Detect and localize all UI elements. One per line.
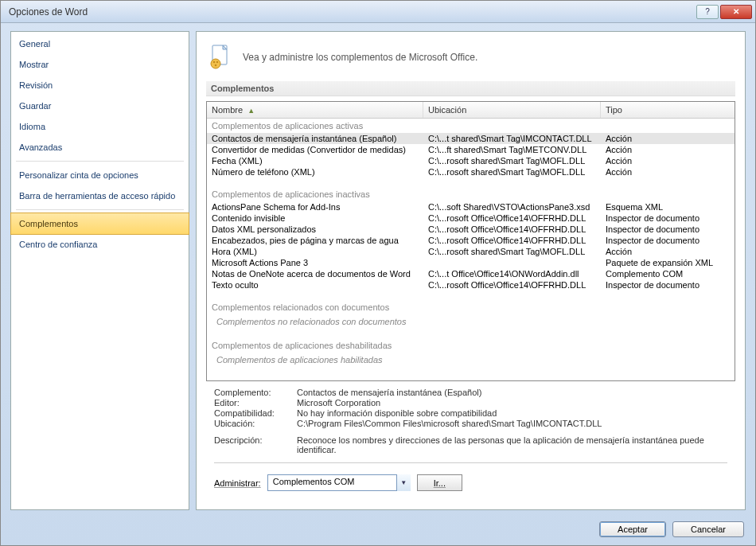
cell-location: C:\...t shared\Smart Tag\IMCONTACT.DLL [423,133,601,144]
table-row[interactable]: Contenido invisibleC:\...rosoft Office\O… [207,213,735,224]
cell-name: Encabezados, pies de página y marcas de … [207,235,423,246]
detail-label-description: Descripción: [214,435,297,454]
detail-value: C:\Program Files\Common Files\microsoft … [297,419,727,428]
cell-location: C:\...rosoft shared\Smart Tag\MOFL.DLL [423,155,601,166]
sidebar-item[interactable]: Guardar [11,96,189,116]
sidebar-item[interactable]: Idioma [11,116,189,137]
manage-select[interactable]: Complementos COM ▼ [267,474,411,491]
cell-name: Convertidor de medidas (Convertidor de m… [207,144,423,155]
cell-name: Contactos de mensajería instantánea (Esp… [207,133,423,144]
cell-location: C:\...soft Shared\VSTO\ActionsPane3.xsd [423,201,601,213]
main-panel: Vea y administre los complementos de Mic… [196,31,746,510]
manage-label: Administrar: [214,478,261,488]
detail-label: Complemento: [214,388,297,397]
section-title: Complementos [206,81,735,96]
table-row[interactable]: Notas de OneNote acerca de documentos de… [207,268,735,279]
cell-type: Inspector de documento [601,235,735,246]
cell-type: Inspector de documento [601,213,735,224]
accept-button[interactable]: Aceptar [599,521,666,537]
cell-location: C:\...t Office\Office14\ONWordAddin.dll [423,268,601,279]
cell-location: C:\...rosoft shared\Smart Tag\MOFL.DLL [423,166,601,177]
sidebar-item[interactable]: Complementos [10,213,189,235]
table-group-title: Complementos de aplicaciones deshabilita… [207,338,735,353]
sidebar-item[interactable]: Avanzadas [11,137,189,158]
sidebar-separator [16,209,184,210]
cell-name: Contenido invisible [207,213,423,224]
cell-location [423,257,601,268]
table-row[interactable]: ActionsPane Schema for Add-InsC:\...soft… [207,201,735,213]
cancel-button[interactable]: Cancelar [672,521,744,537]
cell-location: C:\...rosoft Office\Office14\OFFRHD.DLL [423,224,601,235]
addins-table: Nombre ▲ Ubicación Tipo Complementos de … [206,101,735,381]
close-icon: ✕ [733,7,739,16]
sort-asc-icon: ▲ [247,107,255,115]
table-row[interactable]: Microsoft Actions Pane 3Paquete de expan… [207,257,735,268]
column-header-name[interactable]: Nombre ▲ [207,102,423,118]
table-group-title: Complementos de aplicaciones activas [207,119,735,133]
titlebar: Opciones de Word ? ✕ [1,1,755,23]
cell-name: Hora (XML) [207,246,423,257]
table-header: Nombre ▲ Ubicación Tipo [207,102,735,119]
detail-value: Contactos de mensajería instantánea (Esp… [297,388,727,397]
sidebar-item[interactable]: Mostrar [11,54,189,75]
cell-location: C:\...ft shared\Smart Tag\METCONV.DLL [423,144,601,155]
go-button[interactable]: Ir... [417,474,462,491]
svg-point-1 [211,59,220,68]
titlebar-controls: ? ✕ [695,5,752,19]
table-group-title: Complementos de aplicaciones inactivas [207,187,735,201]
sidebar-item[interactable]: Centro de confianza [11,234,189,255]
table-row[interactable]: Fecha (XML)C:\...rosoft shared\Smart Tag… [207,155,735,166]
svg-point-2 [213,61,216,64]
cell-name: Texto oculto [207,279,423,291]
cell-type: Acción [601,166,735,177]
sidebar-item[interactable]: Barra de herramientas de acceso rápido [11,185,189,206]
table-group-title: Complementos relacionados con documentos [207,300,735,314]
close-button[interactable]: ✕ [720,5,752,19]
table-row[interactable]: Encabezados, pies de página y marcas de … [207,235,735,246]
table-body[interactable]: Complementos de aplicaciones activasCont… [207,119,735,380]
table-row[interactable]: Convertidor de medidas (Convertidor de m… [207,144,735,155]
column-header-name-label: Nombre [212,105,243,115]
manage-select-value: Complementos COM [267,474,411,491]
cell-name: Número de teléfono (XML) [207,166,423,177]
dialog-footer: Aceptar Cancelar [1,517,755,545]
detail-label: Ubicación: [214,419,297,428]
cell-type: Paquete de expansión XML [601,257,735,268]
cell-type: Acción [601,133,735,144]
cell-type: Inspector de documento [601,224,735,235]
sidebar-separator [16,161,184,162]
cell-name: ActionsPane Schema for Add-Ins [207,201,423,213]
detail-label: Editor: [214,398,297,408]
cell-location: C:\...rosoft Office\Office14\OFFRHD.DLL [423,213,601,224]
column-header-location[interactable]: Ubicación [423,102,601,118]
sidebar-item[interactable]: General [11,33,189,54]
sidebar: GeneralMostrarRevisiónGuardarIdiomaAvanz… [10,31,189,510]
cell-type: Esquema XML [601,201,735,213]
dialog-title: Opciones de Word [4,6,695,18]
cell-type: Complemento COM [601,268,735,279]
sidebar-item[interactable]: Revisión [11,75,189,96]
cell-location: C:\...rosoft Office\Office14\OFFRHD.DLL [423,279,601,291]
help-button[interactable]: ? [696,5,719,19]
cell-location: C:\...rosoft Office\Office14\OFFRHD.DLL [423,235,601,246]
addins-icon [209,45,232,70]
cell-name: Microsoft Actions Pane 3 [207,257,423,268]
details-separator [214,462,727,463]
dialog-body: GeneralMostrarRevisiónGuardarIdiomaAvanz… [1,23,755,517]
table-row[interactable]: Hora (XML)C:\...rosoft shared\Smart Tag\… [207,246,735,257]
cell-type: Acción [601,144,735,155]
cell-name: Fecha (XML) [207,155,423,166]
table-row[interactable]: Contactos de mensajería instantánea (Esp… [207,133,735,144]
manage-row: Administrar: Complementos COM ▼ Ir... [206,473,735,491]
table-row[interactable]: Texto ocultoC:\...rosoft Office\Office14… [207,279,735,291]
cell-name: Notas de OneNote acerca de documentos de… [207,268,423,279]
sidebar-item[interactable]: Personalizar cinta de opciones [11,165,189,185]
detail-value: Microsoft Corporation [297,398,727,408]
cell-type: Inspector de documento [601,279,735,291]
svg-point-3 [216,61,219,64]
options-dialog: Opciones de Word ? ✕ GeneralMostrarRevis… [0,0,756,546]
table-row[interactable]: Número de teléfono (XML)C:\...rosoft sha… [207,166,735,177]
detail-value-description: Reconoce los nombres y direcciones de la… [297,435,727,454]
table-row[interactable]: Datos XML personalizadosC:\...rosoft Off… [207,224,735,235]
column-header-type[interactable]: Tipo [601,102,735,118]
